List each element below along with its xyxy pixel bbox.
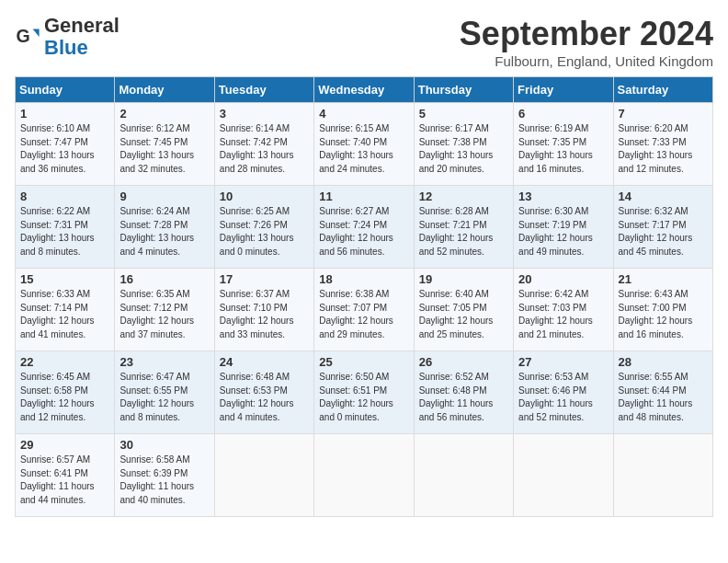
day-info: Sunrise: 6:58 AMSunset: 6:39 PMDaylight:… [119, 454, 194, 505]
day-info: Sunrise: 6:40 AMSunset: 7:05 PMDaylight:… [419, 289, 494, 339]
calendar-week-row: 15 Sunrise: 6:33 AMSunset: 7:14 PMDaylig… [16, 269, 713, 351]
svg-marker-1 [33, 29, 40, 37]
day-number: 14 [619, 190, 708, 203]
day-info: Sunrise: 6:55 AMSunset: 6:44 PMDaylight:… [619, 372, 693, 422]
day-number: 1 [20, 107, 109, 121]
day-info: Sunrise: 6:45 AMSunset: 6:58 PMDaylight:… [20, 372, 95, 422]
day-number: 25 [319, 355, 408, 369]
calendar-cell: 9 Sunrise: 6:24 AMSunset: 7:28 PMDayligh… [115, 186, 214, 269]
calendar-week-row: 1 Sunrise: 6:10 AMSunset: 7:47 PMDayligh… [16, 103, 713, 186]
calendar-cell: 3 Sunrise: 6:14 AMSunset: 7:42 PMDayligh… [214, 103, 313, 186]
day-info: Sunrise: 6:38 AMSunset: 7:07 PMDaylight:… [319, 289, 393, 339]
calendar-table: SundayMondayTuesdayWednesdayThursdayFrid… [15, 76, 713, 517]
day-number: 2 [119, 107, 209, 121]
day-number: 9 [119, 190, 209, 203]
calendar-cell: 20 Sunrise: 6:42 AMSunset: 7:03 PMDaylig… [514, 269, 613, 351]
day-header-friday: Friday [514, 77, 613, 103]
day-number: 22 [20, 355, 109, 369]
day-number: 13 [518, 190, 608, 203]
day-header-tuesday: Tuesday [214, 77, 313, 103]
day-number: 18 [319, 272, 408, 286]
day-info: Sunrise: 6:47 AMSunset: 6:55 PMDaylight:… [119, 372, 194, 422]
day-info: Sunrise: 6:32 AMSunset: 7:17 PMDaylight:… [619, 206, 693, 257]
day-info: Sunrise: 6:42 AMSunset: 7:03 PMDaylight:… [518, 289, 593, 339]
day-number: 12 [419, 190, 508, 203]
day-number: 6 [518, 107, 608, 121]
calendar-cell: 11 Sunrise: 6:27 AMSunset: 7:24 PMDaylig… [314, 186, 414, 269]
day-info: Sunrise: 6:17 AMSunset: 7:38 PMDaylight:… [419, 123, 494, 174]
day-info: Sunrise: 6:33 AMSunset: 7:14 PMDaylight:… [20, 289, 95, 339]
calendar-cell: 6 Sunrise: 6:19 AMSunset: 7:35 PMDayligh… [514, 103, 613, 186]
day-info: Sunrise: 6:52 AMSunset: 6:48 PMDaylight:… [419, 372, 494, 422]
day-number: 19 [419, 272, 508, 286]
day-header-monday: Monday [115, 77, 214, 103]
calendar-cell: 21 Sunrise: 6:43 AMSunset: 7:00 PMDaylig… [613, 269, 712, 351]
calendar-cell: 19 Sunrise: 6:40 AMSunset: 7:05 PMDaylig… [414, 269, 513, 351]
calendar-cell: 1 Sunrise: 6:10 AMSunset: 7:47 PMDayligh… [16, 103, 115, 186]
day-info: Sunrise: 6:48 AMSunset: 6:53 PMDaylight:… [220, 372, 294, 422]
title-block: September 2024 Fulbourn, England, United… [460, 15, 713, 69]
day-header-saturday: Saturday [613, 77, 712, 103]
day-number: 10 [220, 190, 309, 203]
day-info: Sunrise: 6:28 AMSunset: 7:21 PMDaylight:… [419, 206, 494, 257]
day-header-thursday: Thursday [414, 77, 513, 103]
day-info: Sunrise: 6:27 AMSunset: 7:24 PMDaylight:… [319, 206, 393, 257]
calendar-cell: 18 Sunrise: 6:38 AMSunset: 7:07 PMDaylig… [314, 269, 414, 351]
day-number: 23 [119, 355, 209, 369]
day-info: Sunrise: 6:53 AMSunset: 6:46 PMDaylight:… [518, 372, 593, 422]
calendar-cell: 25 Sunrise: 6:50 AMSunset: 6:51 PMDaylig… [314, 351, 414, 434]
calendar-week-row: 22 Sunrise: 6:45 AMSunset: 6:58 PMDaylig… [16, 351, 713, 434]
calendar-cell: 28 Sunrise: 6:55 AMSunset: 6:44 PMDaylig… [613, 351, 712, 434]
day-info: Sunrise: 6:22 AMSunset: 7:31 PMDaylight:… [20, 206, 95, 257]
day-info: Sunrise: 6:43 AMSunset: 7:00 PMDaylight:… [619, 289, 693, 339]
day-info: Sunrise: 6:57 AMSunset: 6:41 PMDaylight:… [20, 454, 95, 505]
day-info: Sunrise: 6:12 AMSunset: 7:45 PMDaylight:… [119, 123, 194, 174]
logo-text: General Blue [44, 15, 119, 59]
calendar-cell [214, 434, 313, 517]
day-number: 8 [20, 190, 109, 203]
day-number: 21 [619, 272, 708, 286]
calendar-cell: 10 Sunrise: 6:25 AMSunset: 7:26 PMDaylig… [214, 186, 313, 269]
day-info: Sunrise: 6:30 AMSunset: 7:19 PMDaylight:… [518, 206, 593, 257]
svg-text:G: G [16, 26, 29, 46]
calendar-week-row: 8 Sunrise: 6:22 AMSunset: 7:31 PMDayligh… [16, 186, 713, 269]
calendar-cell: 22 Sunrise: 6:45 AMSunset: 6:58 PMDaylig… [16, 351, 115, 434]
calendar-cell: 8 Sunrise: 6:22 AMSunset: 7:31 PMDayligh… [16, 186, 115, 269]
header: G General Blue September 2024 Fulbourn, … [15, 15, 713, 69]
day-number: 20 [518, 272, 608, 286]
calendar-cell: 12 Sunrise: 6:28 AMSunset: 7:21 PMDaylig… [414, 186, 513, 269]
day-number: 16 [119, 272, 209, 286]
calendar-cell: 16 Sunrise: 6:35 AMSunset: 7:12 PMDaylig… [115, 269, 214, 351]
calendar-cell: 15 Sunrise: 6:33 AMSunset: 7:14 PMDaylig… [16, 269, 115, 351]
day-header-wednesday: Wednesday [314, 77, 414, 103]
day-number: 4 [319, 107, 408, 121]
day-info: Sunrise: 6:24 AMSunset: 7:28 PMDaylight:… [119, 206, 194, 257]
calendar-cell: 4 Sunrise: 6:15 AMSunset: 7:40 PMDayligh… [314, 103, 414, 186]
calendar-cell [314, 434, 414, 517]
calendar-cell: 23 Sunrise: 6:47 AMSunset: 6:55 PMDaylig… [115, 351, 214, 434]
calendar-cell: 17 Sunrise: 6:37 AMSunset: 7:10 PMDaylig… [214, 269, 313, 351]
day-number: 3 [220, 107, 309, 121]
day-number: 7 [619, 107, 708, 121]
day-info: Sunrise: 6:35 AMSunset: 7:12 PMDaylight:… [119, 289, 194, 339]
day-number: 30 [119, 438, 209, 452]
day-info: Sunrise: 6:25 AMSunset: 7:26 PMDaylight:… [220, 206, 294, 257]
logo: G General Blue [15, 15, 119, 59]
day-info: Sunrise: 6:37 AMSunset: 7:10 PMDaylight:… [220, 289, 294, 339]
day-info: Sunrise: 6:20 AMSunset: 7:33 PMDaylight:… [619, 123, 693, 174]
day-info: Sunrise: 6:15 AMSunset: 7:40 PMDaylight:… [319, 123, 393, 174]
day-number: 28 [619, 355, 708, 369]
calendar-cell: 30 Sunrise: 6:58 AMSunset: 6:39 PMDaylig… [115, 434, 214, 517]
day-number: 29 [20, 438, 109, 452]
calendar-cell [414, 434, 513, 517]
calendar-cell [613, 434, 712, 517]
calendar-cell: 7 Sunrise: 6:20 AMSunset: 7:33 PMDayligh… [613, 103, 712, 186]
logo-icon: G [15, 24, 40, 50]
day-info: Sunrise: 6:14 AMSunset: 7:42 PMDaylight:… [220, 123, 294, 174]
day-number: 26 [419, 355, 508, 369]
location: Fulbourn, England, United Kingdom [460, 53, 713, 69]
day-number: 5 [419, 107, 508, 121]
calendar-body: 1 Sunrise: 6:10 AMSunset: 7:47 PMDayligh… [16, 103, 713, 517]
day-info: Sunrise: 6:50 AMSunset: 6:51 PMDaylight:… [319, 372, 393, 422]
calendar-cell: 5 Sunrise: 6:17 AMSunset: 7:38 PMDayligh… [414, 103, 513, 186]
